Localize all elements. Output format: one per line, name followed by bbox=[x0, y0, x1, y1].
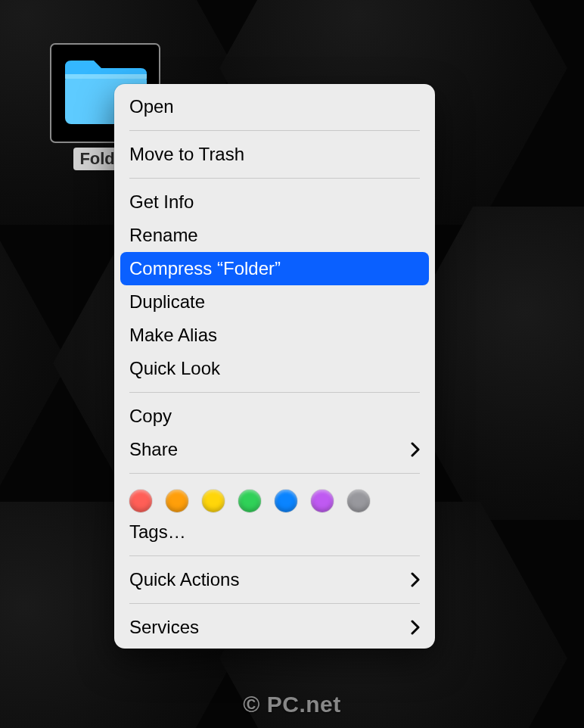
menu-item-quick-look[interactable]: Quick Look bbox=[114, 352, 435, 385]
menu-item-compress[interactable]: Compress “Folder” bbox=[120, 252, 429, 285]
watermark: © PC.net bbox=[243, 692, 340, 717]
context-menu: Open Move to Trash Get Info Rename Compr… bbox=[114, 84, 435, 649]
menu-item-copy[interactable]: Copy bbox=[114, 400, 435, 433]
menu-item-label: Tags… bbox=[129, 521, 186, 543]
menu-item-label: Services bbox=[129, 617, 199, 638]
menu-item-label: Get Info bbox=[129, 191, 194, 213]
menu-separator bbox=[129, 555, 420, 556]
menu-item-label: Quick Actions bbox=[129, 569, 239, 590]
menu-item-make-alias[interactable]: Make Alias bbox=[114, 319, 435, 352]
menu-item-label: Move to Trash bbox=[129, 144, 244, 165]
menu-item-share[interactable]: Share bbox=[114, 433, 435, 466]
menu-item-label: Duplicate bbox=[129, 291, 205, 313]
menu-item-label: Compress “Folder” bbox=[129, 258, 281, 279]
tag-blue-icon[interactable] bbox=[275, 490, 297, 512]
tag-green-icon[interactable] bbox=[238, 490, 261, 512]
tag-gray-icon[interactable] bbox=[347, 490, 370, 512]
tag-yellow-icon[interactable] bbox=[202, 490, 225, 512]
chevron-right-icon bbox=[411, 442, 420, 457]
menu-item-services[interactable]: Services bbox=[114, 611, 435, 644]
menu-separator bbox=[129, 178, 420, 179]
tag-color-row bbox=[114, 481, 435, 515]
menu-separator bbox=[129, 473, 420, 474]
menu-item-move-to-trash[interactable]: Move to Trash bbox=[114, 138, 435, 171]
menu-item-label: Rename bbox=[129, 225, 198, 246]
menu-separator bbox=[129, 392, 420, 393]
menu-item-rename[interactable]: Rename bbox=[114, 219, 435, 252]
chevron-right-icon bbox=[411, 620, 420, 635]
tag-orange-icon[interactable] bbox=[166, 490, 188, 512]
menu-item-open[interactable]: Open bbox=[114, 90, 435, 123]
tag-purple-icon[interactable] bbox=[311, 490, 334, 512]
menu-item-get-info[interactable]: Get Info bbox=[114, 185, 435, 219]
menu-separator bbox=[129, 603, 420, 604]
menu-item-duplicate[interactable]: Duplicate bbox=[114, 285, 435, 319]
menu-item-tags[interactable]: Tags… bbox=[114, 515, 435, 549]
menu-item-label: Open bbox=[129, 96, 174, 117]
menu-item-label: Copy bbox=[129, 406, 172, 427]
chevron-right-icon bbox=[411, 572, 420, 587]
menu-item-label: Quick Look bbox=[129, 358, 220, 379]
menu-separator bbox=[129, 130, 420, 131]
tag-red-icon[interactable] bbox=[129, 490, 152, 512]
svg-rect-1 bbox=[65, 74, 147, 79]
menu-item-quick-actions[interactable]: Quick Actions bbox=[114, 563, 435, 596]
menu-item-label: Make Alias bbox=[129, 325, 217, 346]
menu-item-label: Share bbox=[129, 439, 178, 460]
